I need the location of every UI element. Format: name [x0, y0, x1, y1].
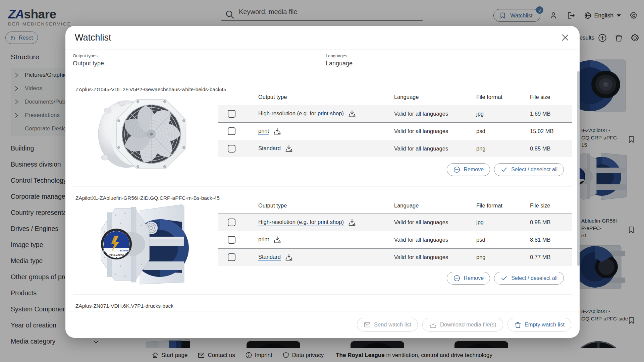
output-type-link[interactable]: High-resolution (e.g. for print shop) [258, 219, 344, 226]
col-file-size: File size [513, 202, 572, 209]
watchlist-item-name: ZAplus-ZG045-VDL.2F.V5P2-Gewaechshaus-wh… [75, 86, 580, 93]
media-file-row: print Valid for all languages psd 15.02 … [218, 122, 572, 140]
row-file-size: 0.95 MB [513, 219, 572, 226]
remove-button[interactable]: Remove [447, 272, 490, 285]
row-checkbox[interactable] [228, 127, 235, 135]
item-actions: Remove Select / deselect all [218, 272, 572, 285]
row-file-size: 15.02 MB [513, 128, 572, 134]
modal-header-divider [65, 50, 580, 50]
row-checkbox[interactable] [228, 110, 235, 118]
remove-button[interactable]: Remove [447, 163, 490, 176]
row-checkbox[interactable] [228, 253, 235, 261]
output-type-filter[interactable]: Output types Output type... [73, 53, 319, 69]
row-language: Valid for all languages [377, 254, 460, 260]
language-filter-placeholder: Language... [326, 60, 358, 67]
output-type-link[interactable]: print [258, 128, 269, 135]
svg-text:ZIEHL-ABEGG: ZIEHL-ABEGG [109, 254, 124, 256]
row-file-format: png [460, 254, 513, 260]
modal-content: ZAplus-ZG045-VDL.2F.V5P2-Gewaechshaus-wh… [65, 70, 580, 310]
download-icon[interactable] [348, 110, 356, 118]
col-language: Language [377, 93, 460, 100]
watchlist-item-image: ECblue ZIEHL-ABEGG [96, 202, 190, 286]
watchlist-item-name: ZApilotXL-ZAbluefin-GR56I-ZID.GQ.CRP-aPF… [75, 195, 580, 202]
download-icon[interactable] [285, 144, 293, 153]
modal-filters: Output types Output type... Languages La… [73, 53, 572, 69]
download-icon[interactable] [273, 127, 281, 135]
row-checkbox[interactable] [228, 236, 235, 244]
item-divider [73, 295, 572, 295]
col-output-type: Output type [241, 93, 377, 100]
row-file-format: png [460, 145, 513, 152]
download-icon[interactable] [285, 253, 293, 261]
col-language: Language [377, 202, 460, 209]
row-file-size: 1.69 MB [513, 111, 572, 117]
watchlist-modal: Watchlist Output types Output type... La… [65, 26, 580, 338]
language-filter[interactable]: Languages Language... [326, 53, 572, 69]
empty-watch-list-button[interactable]: Empty watch list [507, 318, 571, 331]
watchlist-item: ZAplus-ZG045-VDL.2F.V5P2-Gewaechshaus-wh… [65, 86, 580, 176]
col-output-type: Output type [241, 202, 377, 209]
output-type-link[interactable]: High-resolution (e.g. for print shop) [258, 110, 344, 117]
row-checkbox[interactable] [228, 145, 235, 153]
row-checkbox[interactable] [228, 219, 235, 226]
output-type-link[interactable]: Standard [258, 254, 281, 261]
watchlist-item-body: Output type Language File format File si… [73, 93, 572, 176]
row-language: Valid for all languages [377, 145, 460, 152]
output-table: Output type Language File format File si… [218, 93, 572, 176]
watchlist-item-body: ECblue ZIEHL-ABEGG [73, 202, 572, 285]
select-deselect-all-button[interactable]: Select / deselect all [494, 272, 564, 285]
minus-circle-icon [453, 166, 461, 173]
download-icon[interactable] [348, 218, 356, 227]
col-file-size: File size [513, 93, 572, 100]
media-file-row: High-resolution (e.g. for print shop) Va… [218, 105, 572, 122]
row-language: Valid for all languages [377, 219, 460, 226]
output-type-filter-placeholder: Output type... [73, 60, 109, 67]
item-divider [73, 186, 572, 186]
trash-icon [514, 321, 522, 328]
page: ZAshare DER MEDIENSERVICE Watchlist 3 En… [0, 0, 644, 362]
watchlist-item: ZApilotXL-ZAbluefin-GR56I-ZID.GQ.CRP-aPF… [65, 195, 580, 285]
row-file-format: psd [460, 237, 513, 243]
item-actions: Remove Select / deselect all [218, 163, 572, 176]
check-icon [500, 275, 508, 282]
media-file-row: Standard Valid for all languages png 0.8… [218, 140, 572, 157]
check-icon [500, 166, 508, 173]
output-table: Output type Language File format File si… [218, 202, 572, 285]
minus-circle-icon [453, 275, 461, 282]
media-file-row: print Valid for all languages psd 8.81 M… [218, 231, 572, 248]
row-file-format: jpg [460, 111, 513, 117]
row-language: Valid for all languages [377, 237, 460, 243]
col-file-format: File format [460, 202, 513, 209]
row-file-format: jpg [460, 219, 513, 226]
media-file-row: Standard Valid for all languages png 0.7… [218, 248, 572, 266]
modal-scrollbar[interactable] [577, 71, 580, 266]
output-type-link[interactable]: Standard [258, 145, 281, 152]
modal-title: Watchlist [75, 33, 111, 43]
media-file-row: High-resolution (e.g. for print shop) Va… [218, 214, 572, 231]
row-file-format: psd [460, 128, 513, 134]
row-file-size: 0.85 MB [513, 145, 572, 152]
row-file-size: 8.81 MB [513, 237, 572, 243]
close-icon[interactable] [561, 33, 570, 42]
row-language: Valid for all languages [377, 128, 460, 134]
download-icon [429, 321, 437, 329]
table-header-row: Output type Language File format File si… [218, 202, 572, 214]
mail-icon [364, 321, 371, 328]
col-file-format: File format [460, 93, 513, 100]
modal-footer: Send watch list Download media file(s) E… [65, 311, 580, 338]
language-filter-label: Languages [326, 53, 347, 58]
row-file-size: 0.77 MB [513, 254, 572, 260]
table-header-row: Output type Language File format File si… [218, 93, 572, 105]
output-type-filter-label: Output types [73, 53, 98, 58]
download-media-files-button[interactable]: Download media file(s) [422, 318, 503, 331]
watchlist-item: ZAplus-ZN071-VDH.6K.V7P1-drucks-back [65, 303, 580, 310]
modal-scroll-area: ZAplus-ZG045-VDL.2F.V5P2-Gewaechshaus-wh… [65, 70, 580, 311]
send-watch-list-button[interactable]: Send watch list [357, 318, 418, 331]
watchlist-item-name: ZAplus-ZN071-VDH.6K.V7P1-drucks-back [75, 303, 580, 310]
svg-text:ECblue: ECblue [120, 249, 128, 252]
select-deselect-all-button[interactable]: Select / deselect all [494, 163, 564, 176]
modal-header: Watchlist [65, 26, 580, 50]
output-type-link[interactable]: print [258, 236, 269, 243]
download-icon[interactable] [273, 236, 281, 244]
row-language: Valid for all languages [377, 111, 460, 117]
